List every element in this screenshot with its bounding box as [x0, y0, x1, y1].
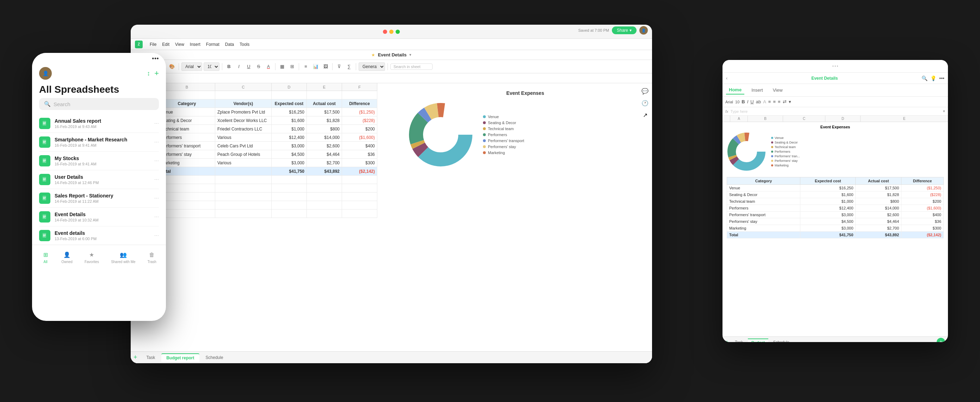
menu-item-format[interactable]: Format: [206, 42, 220, 47]
history-icon[interactable]: 🕐: [641, 99, 649, 107]
table-row[interactable]: [145, 209, 398, 218]
maximize-btn[interactable]: [396, 30, 400, 34]
align-right-btn[interactable]: ≡: [778, 99, 781, 104]
add-sheet-btn[interactable]: +: [134, 354, 137, 361]
more-icon[interactable]: ···: [154, 158, 159, 164]
more-icon[interactable]: ···: [154, 176, 159, 183]
menu-item-edit[interactable]: Edit: [162, 42, 169, 47]
list-item[interactable]: Smartphone - Market Research 16-Feb-2019…: [39, 133, 159, 152]
list-item[interactable]: Annual Sales report 16-Feb-2019 at 9:43 …: [39, 114, 159, 133]
table-row[interactable]: Technical teamFriedel Contractors LLC$1,…: [145, 125, 398, 133]
sheet-tab-schedule[interactable]: Schedule: [201, 354, 228, 361]
table-row[interactable]: Marketing$3,000$2,700$300: [727, 225, 944, 232]
menu-item-data[interactable]: Data: [225, 42, 234, 47]
table-row[interactable]: [145, 91, 398, 99]
nav-item-owned[interactable]: 👤 Owned: [61, 251, 73, 264]
list-item[interactable]: Sales Report - Stationery 14-Feb-2019 at…: [39, 189, 159, 208]
table-row[interactable]: MarketingVarious$3,000$2,700$300: [145, 159, 398, 167]
font-select[interactable]: Arial: [181, 62, 202, 71]
comments-icon[interactable]: 💬: [641, 87, 649, 95]
tablet-tab-view[interactable]: View: [770, 86, 786, 94]
table-row[interactable]: CategoryVendor(s)Expected costActual cos…: [145, 99, 398, 108]
italic-btn[interactable]: I: [747, 99, 749, 104]
table-row[interactable]: Seating & DecorXcellent Decor Works LLC$…: [145, 116, 398, 125]
more-icon[interactable]: ···: [154, 120, 159, 127]
table-row[interactable]: Technical team$1,000$800$200: [727, 198, 944, 205]
more-format-btn[interactable]: ▾: [789, 99, 791, 104]
align-left-btn[interactable]: ≡: [768, 99, 771, 104]
underline-btn[interactable]: U: [750, 99, 754, 104]
more-icon[interactable]: ···: [154, 214, 159, 220]
table-row[interactable]: Performers$12,400$14,000($1,600): [727, 205, 944, 212]
add-icon[interactable]: +: [154, 69, 159, 78]
table-row[interactable]: Venue$16,250$17,500($1,250): [727, 185, 944, 191]
align-center-btn[interactable]: ≡: [773, 99, 776, 104]
more-icon[interactable]: ···: [154, 195, 159, 201]
list-item[interactable]: User Details 14-Feb-2019 at 12:46 PM ···: [39, 170, 159, 189]
italic-btn[interactable]: I: [235, 62, 243, 71]
table-row[interactable]: [145, 175, 398, 184]
filter-btn[interactable]: ⊽: [335, 62, 344, 71]
more-icon[interactable]: ···: [154, 232, 159, 239]
more-icon[interactable]: ···: [154, 139, 159, 145]
strikethrough-btn[interactable]: ab: [756, 99, 761, 104]
sort-icon[interactable]: ↕: [147, 70, 150, 77]
bold-btn[interactable]: B: [225, 62, 233, 71]
bulb-icon[interactable]: 💡: [930, 75, 936, 81]
search-in-sheet[interactable]: Search in sheet: [390, 64, 433, 70]
table-row[interactable]: [145, 193, 398, 201]
share-button[interactable]: Share ▾: [612, 26, 636, 34]
formula-expand-icon[interactable]: ▾: [943, 109, 945, 113]
search-bar[interactable]: 🔍 Search: [39, 98, 159, 110]
search-icon[interactable]: 🔍: [921, 75, 928, 81]
image-btn[interactable]: 🖼: [321, 62, 330, 71]
strikethrough-btn[interactable]: S: [255, 62, 263, 71]
bold-btn[interactable]: B: [741, 99, 745, 104]
tablet-sheet-tab-schedule[interactable]: Schedule: [770, 339, 793, 342]
text-bg-btn[interactable]: A: [763, 99, 766, 104]
back-icon[interactable]: ‹: [726, 75, 727, 81]
more-icon[interactable]: •••: [939, 75, 944, 81]
table-row[interactable]: Performers' stayPeach Group of Hotels$4,…: [145, 150, 398, 159]
paint-btn[interactable]: 🎨: [168, 62, 176, 71]
sheet-tab-task[interactable]: Task: [142, 354, 160, 361]
minimize-btn[interactable]: [389, 30, 393, 34]
list-item[interactable]: Event details 13-Feb-2019 at 6:00 PM ···: [39, 227, 159, 245]
format-select[interactable]: General: [359, 62, 385, 71]
add-sheet-btn[interactable]: +: [937, 338, 945, 342]
menu-item-view[interactable]: View: [175, 42, 184, 47]
tablet-tab-home[interactable]: Home: [726, 86, 745, 94]
menu-item-tools[interactable]: Tools: [240, 42, 250, 47]
tablet-sheet-tab-budget[interactable]: Budget: [748, 338, 768, 342]
menu-item-insert[interactable]: Insert: [190, 42, 200, 47]
merge-btn[interactable]: ⊞: [288, 62, 296, 71]
table-row[interactable]: PerformersVarious$12,400$14,000($1,600): [145, 133, 398, 142]
tablet-tab-insert[interactable]: Insert: [749, 86, 766, 94]
table-row[interactable]: Performers' transport$3,000$2,600$400: [727, 212, 944, 218]
menu-item-file[interactable]: File: [150, 42, 156, 47]
sum-btn[interactable]: ∑: [345, 62, 353, 71]
add-sheet-icon[interactable]: +: [725, 339, 729, 342]
border-btn[interactable]: ▦: [278, 62, 286, 71]
align-btn[interactable]: ≡: [302, 62, 310, 71]
formula-placeholder[interactable]: Type here: [730, 109, 941, 113]
tablet-sheet-tab-task[interactable]: Task: [731, 339, 746, 342]
table-row[interactable]: Performers' transportCeleb Cars Pvt Ltd$…: [145, 142, 398, 150]
close-btn[interactable]: [383, 30, 387, 34]
table-row[interactable]: [145, 201, 398, 209]
list-item[interactable]: Event Details 14-Feb-2019 at 10:32 AM ··…: [39, 208, 159, 227]
table-row[interactable]: VenueZplace Promoters Pvt Ltd$16,250$17,…: [145, 108, 398, 116]
chart-btn[interactable]: 📊: [312, 62, 320, 71]
table-row[interactable]: [145, 184, 398, 193]
text-color-btn[interactable]: A: [264, 62, 273, 71]
table-row[interactable]: Total$41,750$43,892($2,142): [145, 167, 398, 175]
sheet-tab-budget-report[interactable]: Budget report: [161, 353, 199, 362]
nav-item-trash[interactable]: 🗑 Trash: [148, 251, 156, 264]
nav-item-all[interactable]: ⊞ All: [41, 251, 49, 264]
font-size-select[interactable]: 10: [204, 62, 220, 71]
underline-btn[interactable]: U: [245, 62, 253, 71]
wrap-btn[interactable]: ⇄: [783, 99, 787, 104]
nav-item-favorites[interactable]: ★ Favorites: [84, 251, 99, 264]
table-row[interactable]: Seating & Decor$1,600$1,828($228): [727, 191, 944, 198]
share-small-icon[interactable]: ↗: [641, 111, 649, 119]
